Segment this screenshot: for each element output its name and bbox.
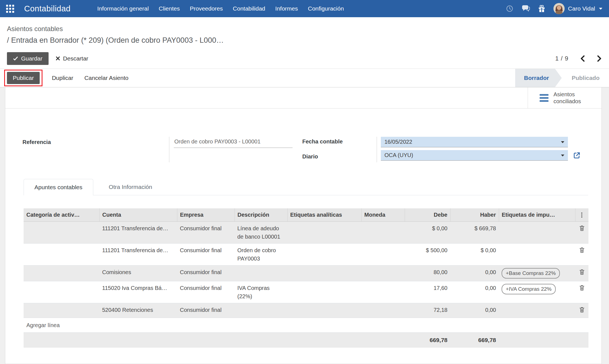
control-panel: Guardar Descartar 1 / 9 — [0, 50, 609, 69]
col-etiquetas-impuestos[interactable]: Etiquetas de impu… — [499, 208, 575, 222]
delete-row-button[interactable] — [579, 247, 585, 254]
delete-row-button[interactable] — [579, 307, 585, 314]
form-fields: Referencia Fecha contable Diario — [5, 108, 602, 162]
breadcrumb-parent[interactable]: Asientos contables — [7, 25, 602, 33]
sheet-header: Asientos conciliados — [5, 87, 602, 108]
accounting-date-label: Fecha contable — [302, 137, 377, 147]
table-row: 111201 Transferencia de… Consumidor fina… — [24, 222, 588, 244]
table-options-button[interactable] — [575, 208, 588, 222]
external-link-icon[interactable] — [573, 151, 581, 159]
tab-apuntes-contables[interactable]: Apuntes contables — [24, 179, 93, 195]
pager-next-button[interactable] — [597, 55, 602, 62]
save-button[interactable]: Guardar — [7, 52, 49, 65]
user-menu[interactable]: Caro Vidal — [553, 3, 602, 14]
delete-row-button[interactable] — [579, 225, 585, 232]
dropdown-caret-icon[interactable] — [561, 141, 564, 143]
journal-field — [381, 150, 568, 161]
menu-informes[interactable]: Informes — [275, 5, 298, 12]
journal-label: Diario — [302, 152, 377, 162]
total-debe: 669,78 — [405, 333, 450, 348]
kebab-dots-icon — [578, 213, 586, 218]
clock-icon[interactable] — [506, 5, 513, 12]
add-line-link[interactable]: Agregar línea — [24, 318, 588, 333]
tax-tag[interactable]: +IVA Compras 22% — [502, 284, 556, 294]
table-row: 520400 Retenciones Consumidor final 72,1… — [24, 303, 588, 318]
state-widget: Borrador Publicado — [515, 69, 609, 87]
statusbar: Publicar Duplicar Cancelar Asiento Borra… — [0, 69, 609, 87]
publish-button[interactable]: Publicar — [7, 72, 40, 84]
col-debe[interactable]: Debe — [405, 208, 450, 222]
reconciled-entries-button[interactable]: Asientos conciliados — [528, 87, 602, 108]
breadcrumb-current: / Entrada en Borrador (* 209) (Orden de … — [7, 36, 602, 45]
menu-contabilidad[interactable]: Contabilidad — [233, 5, 265, 12]
tab-otra-informacion[interactable]: Otra Información — [98, 179, 163, 195]
pager: 1 / 9 — [555, 55, 602, 62]
totals-row: 669,78 669,78 — [24, 333, 588, 348]
col-empresa[interactable]: Empresa — [177, 208, 235, 222]
add-line-row: Agregar línea — [24, 318, 588, 333]
reference-label: Referencia — [22, 139, 51, 145]
table-row: Comisiones Consumidor final 80,00 0,00 +… — [24, 266, 588, 281]
col-haber[interactable]: Haber — [450, 208, 499, 222]
duplicate-button[interactable]: Duplicar — [52, 75, 73, 81]
col-categoria[interactable]: Categoría de activ… — [24, 208, 99, 222]
table-row: 111201 Transferencia de… Consumidor fina… — [24, 244, 588, 266]
breadcrumb-current-title: Entrada en Borrador (* 209) (Orden de co… — [11, 36, 224, 44]
delete-row-button[interactable] — [579, 269, 585, 276]
delete-row-button[interactable] — [579, 285, 585, 292]
cancel-entry-button[interactable]: Cancelar Asiento — [84, 75, 129, 81]
menu-informacion-general[interactable]: Información general — [97, 5, 149, 12]
accounting-date-input[interactable] — [381, 139, 568, 145]
top-navbar: Contabilidad Información general Cliente… — [0, 0, 609, 17]
accounting-date-field — [381, 137, 568, 147]
avatar — [553, 3, 565, 14]
dropdown-caret-icon[interactable] — [561, 155, 564, 156]
check-icon — [13, 56, 18, 61]
form-sheet: Asientos conciliados Referencia Fecha co… — [5, 87, 602, 364]
breadcrumb: Asientos contables / Entrada en Borrador… — [0, 17, 609, 50]
col-descripcion[interactable]: Descripción — [235, 208, 287, 222]
discard-button[interactable]: Descartar — [56, 55, 88, 62]
state-posted[interactable]: Publicado — [562, 69, 609, 87]
col-etiquetas-analiticas[interactable]: Etiquetas analíticas — [287, 208, 361, 222]
pager-previous-button[interactable] — [580, 55, 585, 62]
pager-count: 1 / 9 — [555, 55, 568, 62]
main-menu: Información general Clientes Proveedores… — [97, 5, 344, 12]
col-moneda[interactable]: Moneda — [361, 208, 405, 222]
menu-configuracion[interactable]: Configuración — [308, 5, 344, 12]
close-icon — [56, 56, 60, 60]
content-area: Asientos conciliados Referencia Fecha co… — [0, 87, 609, 364]
journal-items-table: Categoría de activ… Cuenta Empresa Descr… — [24, 208, 588, 348]
list-bars-icon — [540, 94, 548, 102]
menu-proveedores[interactable]: Proveedores — [190, 5, 223, 12]
state-draft[interactable]: Borrador — [515, 69, 562, 87]
user-name: Caro Vidal — [568, 5, 595, 12]
caret-down-icon — [599, 8, 602, 10]
table-header-row: Categoría de activ… Cuenta Empresa Descr… — [24, 208, 588, 222]
tax-tag[interactable]: +Base Compras 22% — [502, 268, 560, 279]
gift-icon[interactable] — [538, 5, 545, 12]
total-haber: 669,78 — [450, 333, 499, 348]
notebook-tabs: Apuntes contables Otra Información — [24, 179, 588, 195]
reference-input[interactable] — [174, 137, 293, 148]
journal-input[interactable] — [381, 152, 568, 158]
chat-icon[interactable] — [522, 5, 530, 12]
table-row: 115020 Iva Compras Bá… Consumidor final … — [24, 281, 588, 303]
menu-clientes[interactable]: Clientes — [159, 5, 180, 12]
apps-grid-icon[interactable] — [6, 5, 14, 13]
breadcrumb-separator: / — [7, 36, 9, 44]
col-cuenta[interactable]: Cuenta — [99, 208, 177, 222]
app-brand[interactable]: Contabilidad — [24, 4, 71, 13]
